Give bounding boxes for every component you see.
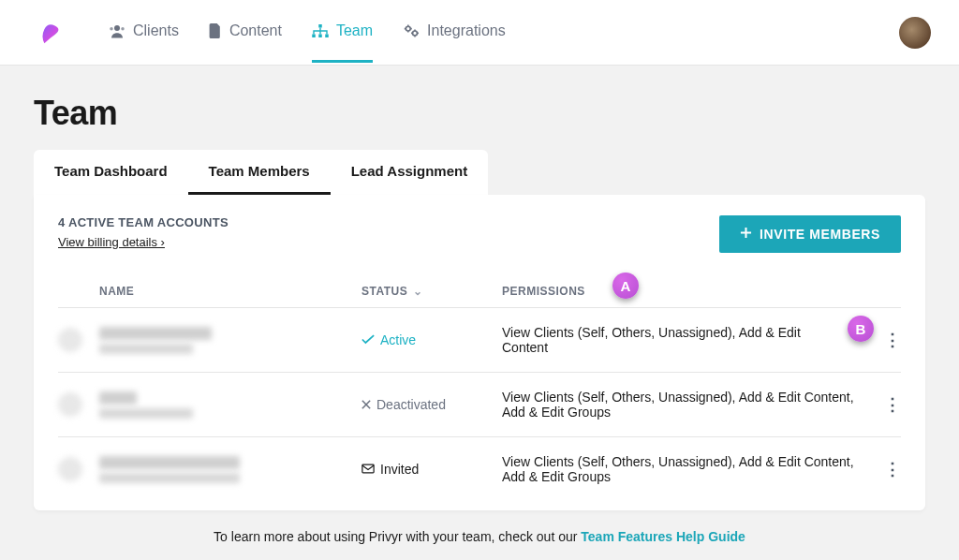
view-billing-link[interactable]: View billing details — [58, 235, 165, 249]
tab-team-dashboard[interactable]: Team Dashboard — [34, 150, 188, 195]
nav-integrations-label: Integrations — [427, 22, 506, 39]
cogs-icon — [403, 23, 420, 38]
sitemap-icon — [312, 24, 329, 37]
svg-point-8 — [413, 31, 418, 36]
check-icon — [361, 332, 375, 347]
plus-icon — [740, 227, 752, 242]
x-icon — [361, 397, 371, 412]
user-avatar[interactable] — [899, 17, 931, 49]
chevron-down-icon: ⌄ — [413, 285, 423, 298]
nav-team-label: Team — [336, 22, 373, 39]
nav-items: Clients Content Team Integrations — [109, 2, 506, 63]
member-name-redacted — [99, 456, 240, 469]
svg-rect-3 — [318, 24, 322, 28]
member-name-redacted — [99, 391, 137, 405]
nav-clients-label: Clients — [133, 22, 179, 39]
svg-point-7 — [406, 26, 410, 31]
row-actions-menu[interactable]: ⋮ — [884, 395, 901, 414]
envelope-icon — [361, 462, 375, 477]
svg-rect-5 — [318, 35, 322, 38]
svg-rect-4 — [312, 35, 316, 38]
member-email-redacted — [99, 408, 193, 419]
row-actions-menu[interactable]: ⋮ — [884, 460, 901, 479]
callout-marker-a: A — [612, 273, 639, 299]
member-permissions: View Clients (Self, Others, Unassigned),… — [502, 437, 863, 502]
table-row: Invited View Clients (Self, Others, Unas… — [58, 437, 901, 502]
member-avatar — [58, 392, 82, 417]
row-actions-menu[interactable]: ⋮ — [884, 331, 901, 349]
nav-content-label: Content — [229, 22, 282, 39]
member-name-redacted — [99, 327, 212, 340]
svg-point-0 — [114, 25, 120, 31]
member-avatar — [58, 457, 82, 481]
member-permissions: View Clients (Self, Others, Unassigned),… — [502, 308, 863, 373]
member-permissions: View Clients (Self, Others, Unassigned),… — [502, 373, 863, 437]
active-accounts-label: 4 ACTIVE TEAM ACCOUNTS — [58, 215, 229, 229]
sub-tabs: Team Dashboard Team Members Lead Assignm… — [34, 150, 488, 195]
tab-team-members[interactable]: Team Members — [188, 150, 331, 195]
table-row: Deactivated View Clients (Self, Others, … — [58, 373, 901, 437]
nav-team[interactable]: Team — [312, 2, 373, 63]
svg-rect-9 — [362, 464, 374, 473]
status-deactivated: Deactivated — [361, 397, 502, 412]
col-permissions-header[interactable]: Permissions — [502, 273, 863, 308]
member-email-redacted — [99, 344, 193, 354]
svg-rect-6 — [325, 35, 329, 38]
col-status-header[interactable]: Status⌄ — [361, 273, 502, 308]
card-header: 4 ACTIVE TEAM ACCOUNTS View billing deta… — [58, 215, 901, 253]
page-content: Team Team Dashboard Team Members Lead As… — [0, 66, 959, 560]
callout-marker-b: B — [848, 316, 874, 342]
invite-members-button[interactable]: INVITE MEMBERS — [719, 215, 901, 253]
users-icon — [109, 23, 125, 38]
app-logo[interactable] — [36, 19, 64, 47]
member-email-redacted — [99, 473, 240, 483]
team-members-card: 4 ACTIVE TEAM ACCOUNTS View billing deta… — [34, 195, 925, 510]
status-active: Active — [361, 332, 502, 347]
footer-prefix: To learn more about using Privyr with yo… — [214, 529, 581, 544]
svg-point-1 — [110, 27, 112, 30]
nav-integrations[interactable]: Integrations — [403, 2, 506, 63]
member-avatar — [58, 328, 82, 352]
table-row: Active View Clients (Self, Others, Unass… — [58, 308, 901, 373]
nav-content[interactable]: Content — [209, 2, 282, 63]
col-name-header[interactable]: Name — [99, 273, 361, 308]
page-title: Team — [34, 94, 925, 133]
document-icon — [209, 23, 222, 38]
top-nav: Clients Content Team Integrations — [0, 0, 959, 66]
team-table: Name Status⌄ Permissions — [58, 273, 901, 501]
tab-lead-assignment[interactable]: Lead Assignment — [331, 150, 488, 195]
footer-note: To learn more about using Privyr with yo… — [34, 510, 925, 560]
nav-clients[interactable]: Clients — [109, 2, 179, 63]
status-invited: Invited — [361, 462, 502, 477]
invite-members-label: INVITE MEMBERS — [760, 227, 880, 242]
help-guide-link[interactable]: Team Features Help Guide — [581, 529, 745, 544]
svg-point-2 — [121, 27, 124, 30]
